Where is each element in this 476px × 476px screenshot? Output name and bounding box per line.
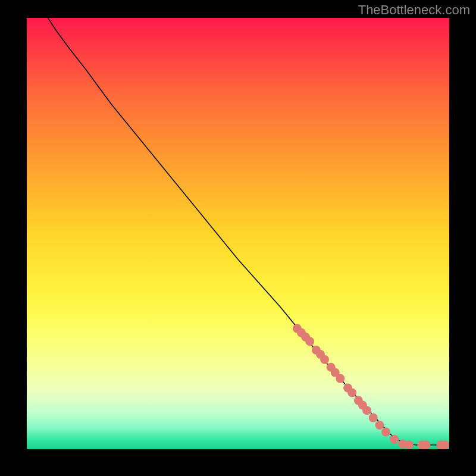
data-marker bbox=[369, 414, 378, 422]
data-marker bbox=[336, 374, 345, 383]
data-markers bbox=[293, 324, 449, 450]
plot-area bbox=[27, 18, 449, 449]
data-marker bbox=[440, 440, 449, 449]
data-marker bbox=[390, 435, 399, 444]
data-marker bbox=[421, 440, 430, 449]
data-marker bbox=[405, 440, 414, 449]
data-marker bbox=[381, 428, 390, 437]
data-marker bbox=[347, 389, 356, 397]
data-marker bbox=[305, 337, 314, 346]
chart-container: TheBottleneck.com bbox=[0, 0, 476, 476]
data-marker bbox=[375, 421, 384, 430]
bottleneck-curve bbox=[48, 18, 450, 445]
attribution-text: TheBottleneck.com bbox=[358, 2, 470, 18]
data-marker bbox=[320, 355, 329, 364]
data-marker bbox=[362, 406, 371, 415]
chart-svg bbox=[27, 18, 449, 449]
